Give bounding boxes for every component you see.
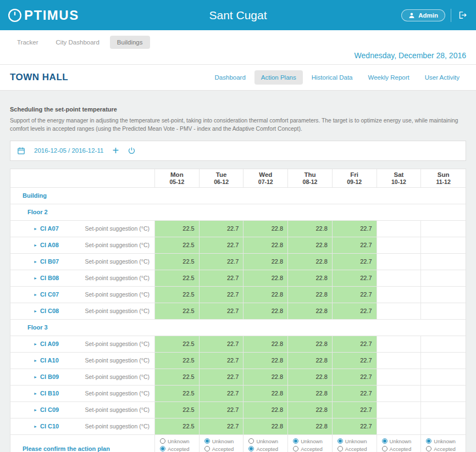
breadcrumb-item-buildings[interactable]: Buildings	[110, 36, 150, 49]
setpoint-cell	[377, 237, 422, 254]
setpoint-cell: 22.7	[333, 254, 377, 270]
setpoint-cell: 22.5	[155, 287, 200, 303]
row-expander-ci-b10[interactable]: ►CI B10	[34, 390, 59, 397]
row-expander-ci-b09[interactable]: ►CI B09	[34, 373, 59, 380]
tab-action-plans[interactable]: Action Plans	[254, 70, 303, 85]
setpoint-cell: 22.5	[155, 237, 200, 254]
setpoint-cell: 22.7	[200, 254, 244, 270]
confirm-option-accepted[interactable]: Accepted	[337, 446, 367, 452]
row-expander-ci-b08[interactable]: ►CI B08	[34, 275, 59, 281]
expand-arrow-icon: ►	[34, 276, 37, 280]
setpoint-cell: 22.8	[288, 254, 333, 270]
row-expander-ci-c07[interactable]: ►CI C07	[34, 291, 59, 298]
row-expander-ci-c08[interactable]: ►CI C08	[34, 308, 59, 314]
radio-unknown[interactable]	[248, 438, 254, 444]
confirm-option-accepted[interactable]: Accepted	[382, 446, 412, 452]
confirm-option-unknown[interactable]: Unknown	[293, 438, 323, 444]
radio-accepted[interactable]	[204, 446, 210, 451]
admin-button[interactable]: Admin	[401, 9, 445, 21]
setpoint-cell: 22.7	[200, 303, 244, 320]
setpoint-cell: 22.5	[155, 386, 200, 402]
setpoint-cell: 22.7	[333, 418, 377, 435]
radio-unknown[interactable]	[293, 438, 298, 444]
row-expander-ci-b07[interactable]: ►CI B07	[34, 258, 59, 265]
radio-unknown[interactable]	[337, 438, 343, 444]
table-row: ►CI C09Set-point suggestion (°C)22.522.7…	[10, 402, 466, 418]
radio-unknown[interactable]	[426, 438, 431, 444]
radio-unknown[interactable]	[204, 438, 210, 444]
radio-option-label: Accepted	[168, 446, 190, 452]
radio-option-label: Unknown	[301, 438, 323, 444]
breadcrumb-item-city-dashboard[interactable]: City Dashboard	[49, 36, 107, 49]
expand-arrow-icon: ►	[34, 425, 37, 428]
row-expander-ci-a08[interactable]: ►CI A08	[34, 242, 59, 248]
confirm-option-unknown[interactable]: Unknown	[248, 438, 278, 444]
add-schedule-button[interactable]: +	[112, 145, 119, 156]
setpoint-cell	[377, 254, 422, 270]
building-tabs: DashboardAction PlansHistorical DataWeek…	[208, 70, 466, 85]
row-metric-label: Set-point suggestion (°C)	[85, 406, 150, 413]
radio-accepted[interactable]	[337, 446, 343, 451]
radio-option-label: Accepted	[434, 446, 456, 452]
calendar-button[interactable]	[17, 147, 25, 155]
setpoint-cell: 22.7	[333, 336, 377, 353]
radio-option-label: Accepted	[256, 446, 278, 452]
setpoint-schedule-table: Mon05-12Tue06-12Wed07-12Thu08-12Fri09-12…	[10, 169, 466, 452]
row-label-cell: ►CI B09Set-point suggestion (°C)	[10, 369, 155, 386]
group-label-floor-3: Floor 3	[10, 320, 466, 336]
row-expander-ci-c10[interactable]: ►CI C10	[34, 423, 59, 429]
row-metric-label: Set-point suggestion (°C)	[85, 341, 150, 347]
schedule-toolbar: 2016-12-05 / 2016-12-11 +	[10, 141, 466, 161]
radio-accepted[interactable]	[248, 446, 254, 451]
row-label-cell: ►CI A08Set-point suggestion (°C)	[10, 237, 155, 254]
row-metric-label: Set-point suggestion (°C)	[85, 225, 150, 232]
row-metric-label: Set-point suggestion (°C)	[85, 242, 150, 248]
radio-accepted[interactable]	[426, 446, 431, 451]
setpoint-cell: 22.5	[155, 402, 200, 418]
power-button[interactable]	[128, 147, 136, 155]
tab-weekly-report[interactable]: Weekly Report	[362, 70, 416, 85]
confirm-option-unknown[interactable]: Unknown	[204, 438, 234, 444]
confirm-cell: UnknownAcceptedDeclined	[421, 435, 466, 452]
confirm-option-accepted[interactable]: Accepted	[293, 446, 323, 452]
row-expander-ci-c09[interactable]: ►CI C09	[34, 406, 59, 413]
day-header: Tue06-12	[200, 169, 244, 188]
logout-button[interactable]	[457, 9, 468, 21]
radio-unknown[interactable]	[160, 438, 165, 444]
date-range[interactable]: 2016-12-05 / 2016-12-11	[34, 147, 103, 154]
setpoint-cell: 22.8	[288, 353, 333, 369]
setpoint-cell: 22.7	[200, 386, 244, 402]
setpoint-cell	[421, 221, 466, 237]
setpoint-cell	[377, 418, 422, 435]
user-icon	[408, 12, 415, 19]
breadcrumb-item-tracker[interactable]: Tracker	[10, 36, 46, 49]
setpoint-cell: 22.7	[200, 369, 244, 386]
confirm-option-unknown[interactable]: Unknown	[160, 438, 190, 444]
setpoint-cell	[377, 402, 422, 418]
radio-unknown[interactable]	[382, 438, 388, 444]
building-title: TOWN HALL	[10, 72, 68, 83]
day-header-spacer	[10, 169, 155, 188]
confirm-option-accepted[interactable]: Accepted	[248, 446, 278, 452]
radio-accepted[interactable]	[160, 446, 165, 451]
row-id-text: CI C08	[40, 308, 59, 314]
expand-arrow-icon: ►	[34, 227, 37, 231]
confirm-option-unknown[interactable]: Unknown	[426, 438, 456, 444]
calendar-icon	[17, 147, 25, 155]
tab-user-activity[interactable]: User Activity	[418, 70, 466, 85]
confirm-option-accepted[interactable]: Accepted	[204, 446, 234, 452]
row-expander-ci-a09[interactable]: ►CI A09	[34, 341, 59, 347]
setpoint-cell: 22.8	[243, 353, 288, 369]
breadcrumb: TrackerCity DashboardBuildings	[10, 36, 466, 49]
optimus-logo[interactable]: PTIMUS	[8, 8, 79, 23]
radio-accepted[interactable]	[293, 446, 298, 451]
confirm-option-accepted[interactable]: Accepted	[426, 446, 456, 452]
confirm-option-unknown[interactable]: Unknown	[337, 438, 367, 444]
row-expander-ci-a07[interactable]: ►CI A07	[34, 225, 59, 232]
confirm-option-unknown[interactable]: Unknown	[382, 438, 412, 444]
confirm-option-accepted[interactable]: Accepted	[160, 446, 190, 452]
radio-accepted[interactable]	[382, 446, 388, 451]
tab-dashboard[interactable]: Dashboard	[208, 70, 252, 85]
tab-historical-data[interactable]: Historical Data	[305, 70, 359, 85]
row-expander-ci-a10[interactable]: ►CI A10	[34, 357, 59, 364]
